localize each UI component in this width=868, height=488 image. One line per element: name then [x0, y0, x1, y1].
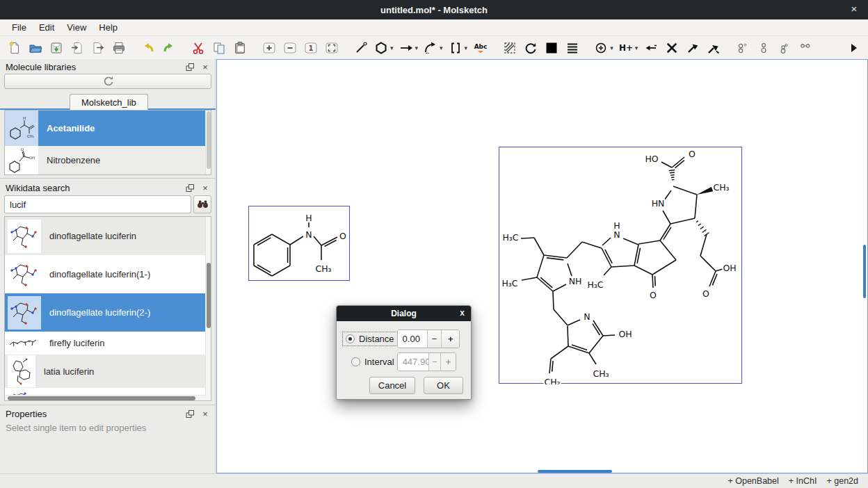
open-folder-button[interactable] — [26, 38, 45, 58]
drawing-canvas[interactable]: HNOCH₃HOOHNCH₃OHOHNH₃CNHH₃CH₃CONOHCH₃CH₂ — [216, 59, 868, 473]
redo-button[interactable] — [160, 38, 178, 58]
float-panel-icon[interactable] — [185, 183, 195, 193]
undo-button[interactable] — [139, 38, 157, 58]
decrement-button[interactable]: − — [428, 353, 441, 371]
fragment-1-button[interactable] — [734, 38, 752, 58]
fragment-3-button[interactable] — [775, 38, 794, 58]
float-panel-icon[interactable] — [185, 409, 195, 418]
refresh-libraries-button[interactable] — [4, 74, 211, 89]
close-panel-icon[interactable]: × — [200, 183, 210, 193]
menu-edit[interactable]: Edit — [33, 20, 61, 35]
fragment-2-button[interactable] — [755, 38, 773, 58]
search-result-item[interactable]: dinoflagellate luciferin(1-) — [5, 255, 211, 293]
chevron-down-icon[interactable]: ▾ — [465, 44, 468, 51]
import-file-button[interactable] — [68, 38, 86, 58]
zoom-fit-button[interactable] — [323, 38, 341, 58]
interval-spinbox[interactable]: 447.90−+ — [397, 352, 456, 371]
increment-button[interactable]: + — [440, 353, 456, 371]
svg-text:CH₂: CH₂ — [544, 377, 560, 384]
library-item-acetanilide[interactable]: HCH₃Acetanilide — [5, 111, 211, 146]
svg-text:O: O — [702, 288, 709, 299]
cancel-button[interactable]: Cancel — [369, 377, 415, 394]
line-width-button[interactable] — [563, 38, 581, 58]
library-scrollbar[interactable] — [205, 111, 211, 174]
canvas-vertical-scrollbar[interactable] — [863, 245, 866, 298]
text-tool-button[interactable]: Abc — [472, 38, 490, 58]
save-button[interactable] — [47, 38, 65, 58]
fragment-3-icon — [778, 41, 791, 55]
brackets-button[interactable]: ▾ — [447, 38, 469, 58]
wikidata-search-title: Wikidata search — [6, 183, 70, 193]
results-horizontal-scrollbar[interactable] — [5, 395, 207, 400]
reaction-arrow-button[interactable]: ▾ — [398, 38, 420, 58]
fragment-2-icon — [757, 41, 771, 55]
zoom-original-button[interactable]: 1 — [302, 38, 320, 58]
curved-arrow-button[interactable]: ▾ — [422, 38, 444, 58]
interval-radio[interactable]: Interval — [348, 355, 397, 368]
dialog-close-icon[interactable]: x — [460, 308, 465, 318]
copy-button[interactable] — [210, 38, 228, 58]
color-picker-button[interactable] — [542, 38, 561, 58]
molecule-dinoflagellate-luciferin[interactable]: HOOHNCH₃OHOHNH₃CNHH₃CH₃CONOHCH₃CH₂ — [499, 147, 742, 384]
menu-help[interactable]: Help — [93, 20, 124, 35]
dialog-title-bar: Dialog x — [337, 306, 471, 321]
rotate-button[interactable] — [522, 38, 540, 58]
search-result-item[interactable]: latia luciferin — [5, 355, 211, 388]
export-file-button[interactable] — [89, 38, 107, 58]
library-item-nitrobenzene[interactable]: OOHNitrobenzene — [5, 146, 211, 174]
toolbar-overflow-button[interactable] — [844, 38, 862, 58]
float-panel-icon[interactable] — [185, 62, 195, 72]
distance-spinbox[interactable]: 0.00−+ — [397, 330, 460, 348]
new-file-button[interactable] — [6, 38, 24, 58]
chevron-down-icon[interactable]: ▾ — [610, 44, 613, 51]
molecule-acetanilide[interactable]: HNOCH₃ — [248, 206, 350, 281]
canvas-horizontal-scrollbar[interactable] — [538, 470, 612, 473]
zoom-out-button[interactable] — [281, 38, 299, 58]
distance-radio[interactable]: Distance — [343, 332, 397, 345]
search-result-item[interactable]: dinoflagellate luciferin — [5, 217, 211, 255]
menu-file[interactable]: File — [6, 20, 33, 35]
print-button[interactable] — [110, 38, 128, 58]
close-panel-icon[interactable]: × — [200, 409, 210, 418]
svg-text:H₃C: H₃C — [501, 278, 517, 288]
chevron-down-icon[interactable]: ▾ — [440, 44, 443, 51]
toolbar-group — [139, 38, 178, 58]
search-input[interactable] — [4, 195, 191, 213]
search-result-label: firefly luciferin — [49, 338, 104, 348]
spinbox-value[interactable]: 447.90 — [398, 353, 428, 371]
window-close-icon[interactable]: × — [847, 3, 861, 15]
draw-bond-button[interactable] — [352, 38, 370, 58]
draw-ring-button[interactable]: ▾ — [373, 38, 395, 58]
chevron-down-icon[interactable]: ▾ — [390, 44, 394, 51]
mechanism-tool-1-button[interactable] — [684, 38, 702, 58]
chevron-down-icon[interactable]: ▾ — [635, 44, 638, 51]
chevron-down-icon[interactable]: ▾ — [415, 44, 419, 51]
search-button[interactable] — [193, 195, 211, 213]
svg-text:O: O — [689, 149, 696, 159]
delete-button[interactable] — [663, 38, 681, 58]
cut-button[interactable] — [189, 38, 207, 58]
mechanism-tool-2-button[interactable] — [705, 38, 723, 58]
lone-pair-button[interactable] — [642, 38, 660, 58]
molecule-thumbnail — [8, 355, 35, 387]
decrement-button[interactable]: − — [427, 330, 442, 348]
ok-button[interactable]: OK — [424, 377, 463, 394]
close-panel-icon[interactable]: × — [200, 62, 210, 72]
tab-molsketch-lib[interactable]: Molsketch_lib — [70, 94, 148, 110]
svg-text:OH: OH — [618, 329, 632, 339]
increment-button[interactable]: + — [441, 330, 459, 348]
search-result-item[interactable]: firefly luciferin — [5, 332, 211, 355]
fragment-4-button[interactable] — [796, 38, 814, 58]
charge-button[interactable]: ▾ — [593, 38, 615, 58]
dialog-row-distance: Distance0.00−+ — [337, 329, 472, 348]
zoom-in-button[interactable] — [260, 38, 278, 58]
hatch-selection-button[interactable] — [501, 38, 519, 58]
menu-view[interactable]: View — [61, 20, 93, 35]
radio-icon[interactable] — [346, 334, 355, 343]
paste-button[interactable] — [231, 38, 249, 58]
spinbox-value[interactable]: 0.00 — [398, 330, 427, 348]
results-vertical-scrollbar[interactable] — [205, 217, 211, 400]
hydrogen-add-button[interactable]: H+▾ — [618, 38, 640, 58]
search-result-item[interactable]: dinoflagellate luciferin(2-) — [5, 293, 211, 332]
radio-icon[interactable] — [351, 357, 360, 366]
